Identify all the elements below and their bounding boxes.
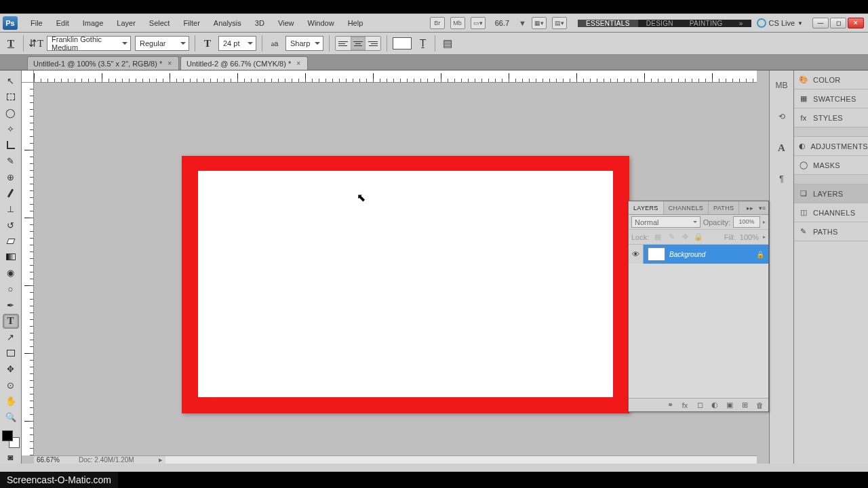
menu-help[interactable]: Help — [342, 16, 370, 30]
new-layer-icon[interactable]: ⊞ — [740, 401, 749, 409]
tab-layers[interactable]: LAYERS — [629, 201, 664, 214]
close-button[interactable]: ✕ — [848, 18, 864, 28]
chevron-right-icon[interactable]: ▸ — [763, 234, 766, 240]
menu-3d[interactable]: 3D — [249, 16, 271, 30]
lasso-tool[interactable]: ◯ — [3, 106, 18, 120]
horizontal-scrollbar[interactable] — [165, 456, 757, 464]
hand-tool[interactable]: ✋ — [3, 394, 18, 408]
document-canvas[interactable] — [182, 156, 629, 413]
link-layers-icon[interactable]: ⚭ — [665, 401, 675, 409]
shape-tool[interactable] — [3, 346, 18, 360]
font-family-select[interactable]: Franklin Gothic Medium — [47, 36, 131, 51]
text-orientation-icon[interactable]: ⇵T — [29, 37, 43, 50]
character-panel-icon[interactable]: A — [774, 141, 789, 155]
arrange-docs-icon[interactable]: ▤▾ — [552, 17, 567, 29]
dodge-tool[interactable]: ○ — [3, 283, 18, 296]
font-weight-select[interactable]: Regular — [135, 36, 189, 51]
history-panel-icon[interactable]: ⟲ — [774, 110, 789, 123]
foreground-color-swatch[interactable] — [2, 430, 13, 441]
ruler-origin[interactable] — [22, 70, 34, 83]
maximize-button[interactable]: ◻ — [830, 18, 846, 28]
mask-icon[interactable]: ◻ — [695, 401, 705, 409]
menu-edit[interactable]: Edit — [50, 16, 75, 30]
collapse-panel-icon[interactable]: ▸▸ — [744, 201, 756, 214]
menu-select[interactable]: Select — [143, 16, 176, 30]
adj-layer-icon[interactable]: ◐ — [710, 401, 719, 409]
tool-preset-icon[interactable]: T — [4, 37, 18, 50]
doc-tab-2[interactable]: Untitled-2 @ 66.7% (CMYK/8) * × — [180, 56, 308, 70]
delete-layer-icon[interactable]: 🗑 — [755, 401, 764, 409]
zoom-tool[interactable]: 🔍 — [3, 410, 18, 424]
panel-channels[interactable]: ◫CHANNELS — [794, 203, 868, 222]
minibridge-icon[interactable]: Mb — [450, 17, 465, 29]
doc-info[interactable]: Doc: 2.40M/1.20M — [75, 456, 156, 464]
lock-transparency-icon[interactable]: ▦ — [653, 232, 663, 242]
panel-styles[interactable]: fxSTYLES — [794, 108, 868, 127]
workspace-more-icon[interactable]: » — [731, 20, 751, 27]
ruler-horizontal[interactable] — [34, 70, 757, 83]
close-icon[interactable]: × — [166, 60, 173, 67]
marquee-tool[interactable] — [3, 91, 18, 104]
eyedropper-tool[interactable]: ✎ — [3, 155, 18, 168]
3d-camera-tool[interactable]: ⊙ — [3, 378, 18, 392]
layer-background[interactable]: 👁 Background 🔒 — [629, 245, 768, 264]
zoom-percentage[interactable]: 66.67% — [34, 456, 75, 464]
visibility-eye-icon[interactable]: 👁 — [629, 245, 644, 264]
antialias-select[interactable]: Sharp — [285, 36, 323, 51]
minimize-button[interactable]: — — [812, 18, 829, 28]
menu-layer[interactable]: Layer — [111, 16, 142, 30]
blur-tool[interactable]: ◉ — [3, 266, 18, 280]
crop-tool[interactable] — [3, 138, 18, 152]
group-icon[interactable]: ▣ — [725, 401, 734, 409]
healing-tool[interactable]: ⊕ — [3, 171, 18, 184]
tab-paths[interactable]: PATHS — [709, 201, 739, 214]
workspace-essentials[interactable]: ESSENTIALS — [578, 20, 638, 27]
workspace-design[interactable]: DESIGN — [638, 20, 682, 27]
lock-pixels-icon[interactable]: ✎ — [667, 232, 676, 242]
tab-channels[interactable]: CHANNELS — [664, 201, 709, 214]
workspace-painting[interactable]: PAINTING — [682, 20, 731, 27]
move-tool[interactable]: ↖ — [3, 75, 18, 88]
align-center-button[interactable] — [351, 37, 366, 50]
panel-paths[interactable]: ✎PATHS — [794, 222, 868, 241]
close-icon[interactable]: × — [295, 60, 302, 67]
brush-tool[interactable] — [3, 186, 18, 200]
panel-menu-icon[interactable]: ▾≡ — [756, 201, 768, 214]
path-select-tool[interactable]: ↗ — [3, 331, 18, 344]
type-tool[interactable]: T — [3, 314, 18, 328]
chevron-right-icon[interactable]: ▸ — [763, 219, 766, 225]
pen-tool[interactable]: ✒ — [3, 298, 18, 312]
fx-icon[interactable]: fx — [680, 401, 690, 409]
stamp-tool[interactable]: ⊥ — [3, 203, 18, 216]
menu-view[interactable]: View — [272, 16, 300, 30]
view-extras-icon[interactable]: ▦▾ — [532, 17, 547, 29]
align-right-button[interactable] — [366, 37, 380, 50]
ruler-vertical[interactable] — [22, 83, 34, 455]
layer-name[interactable]: Background — [669, 251, 756, 258]
panel-adjustments[interactable]: ◐ADJUSTMENTS — [794, 137, 868, 156]
fill-input[interactable]: 100% — [740, 233, 759, 241]
panel-masks[interactable]: ◯MASKS — [794, 156, 868, 175]
align-left-button[interactable] — [336, 37, 351, 50]
text-color-swatch[interactable] — [393, 37, 412, 49]
menu-image[interactable]: Image — [77, 16, 110, 30]
screen-mode-icon[interactable]: ▭▾ — [471, 17, 486, 29]
chevron-right-icon[interactable]: ▸ — [156, 455, 165, 464]
color-picker[interactable] — [2, 430, 20, 447]
gradient-tool[interactable] — [3, 251, 18, 264]
wand-tool[interactable]: ✧ — [3, 123, 18, 136]
minibridge-panel-icon[interactable]: MB — [774, 79, 789, 92]
paragraph-panel-icon[interactable]: ¶ — [774, 172, 789, 186]
blend-mode-select[interactable]: Normal — [631, 216, 701, 228]
doc-tab-1[interactable]: Untitled-1 @ 100% (3.5" x 2", RGB/8) * × — [27, 56, 179, 70]
font-size-select[interactable]: 24 pt — [218, 36, 256, 51]
chevron-down-icon[interactable]: ▼ — [519, 19, 526, 27]
lock-all-icon[interactable]: 🔒 — [694, 232, 703, 242]
panel-layers[interactable]: ❏LAYERS — [794, 184, 868, 203]
panel-color[interactable]: 🎨COLOR — [794, 70, 868, 89]
layer-thumbnail[interactable] — [648, 247, 665, 261]
panel-swatches[interactable]: ▦SWATCHES — [794, 89, 868, 108]
lock-position-icon[interactable]: ✥ — [680, 232, 690, 242]
opacity-input[interactable]: 100% — [733, 216, 760, 228]
menu-window[interactable]: Window — [302, 16, 340, 30]
